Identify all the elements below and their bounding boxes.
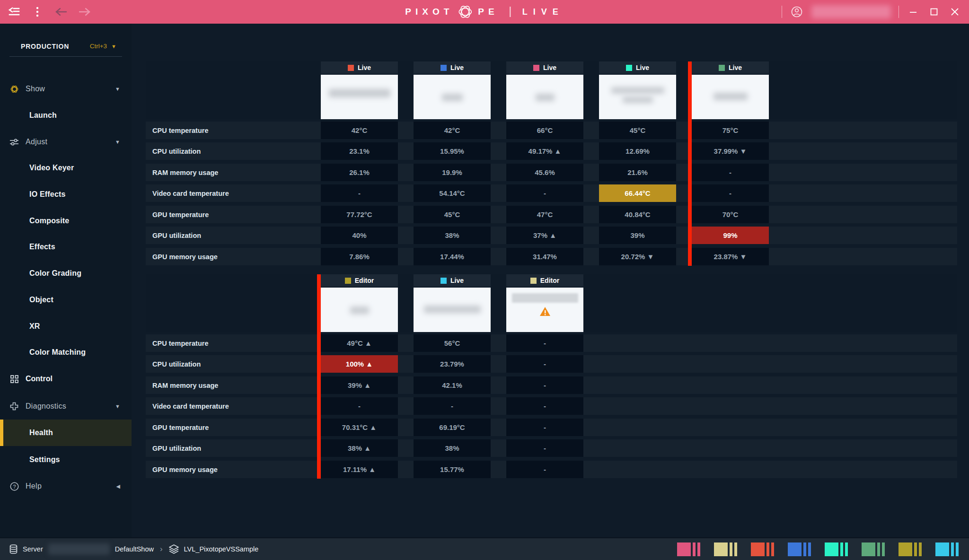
sidebar-item-settings[interactable]: Settings <box>0 450 132 469</box>
control-grid-icon <box>9 375 20 383</box>
machine-status-header[interactable]: Editor <box>506 274 583 287</box>
sidebar-item-color-matching[interactable]: Color Matching <box>0 343 132 362</box>
metric-value-cell: 77.72°C <box>321 206 398 223</box>
machine-color-group[interactable] <box>751 542 774 556</box>
machine-color-strip <box>677 542 959 556</box>
metric-label: CPU utilization <box>152 360 201 368</box>
metric-value-cell: 70°C <box>692 206 769 223</box>
machine-card[interactable] <box>692 75 769 119</box>
chevron-right-icon: › <box>160 544 163 554</box>
machine-color-badge <box>719 65 725 71</box>
sidebar-item-label: Launch <box>29 111 57 120</box>
machine-card[interactable] <box>506 288 583 332</box>
machine-status-header[interactable]: Live <box>506 61 583 74</box>
metric-value-cell: 15.77% <box>414 461 491 478</box>
machine-card[interactable] <box>506 75 583 119</box>
machine-color-group[interactable] <box>677 542 700 556</box>
machine-status-header[interactable]: Live <box>599 61 676 74</box>
machine-card[interactable] <box>321 288 398 332</box>
sidebar-item-help[interactable]: ? Help ◀ <box>0 477 132 496</box>
sidebar-item-video-keyer[interactable]: Video Keyer <box>0 158 132 177</box>
machine-card[interactable] <box>414 288 491 332</box>
more-menu-button[interactable] <box>30 5 44 19</box>
machine-card[interactable] <box>414 75 491 119</box>
server-database-icon[interactable] <box>9 544 18 554</box>
machine-alert-bar <box>688 61 692 266</box>
metric-value-cell: 49.17% ▲ <box>506 142 583 160</box>
machine-color-group[interactable] <box>862 542 885 556</box>
sidebar-item-composite[interactable]: Composite <box>0 211 132 230</box>
machine-color-group[interactable] <box>825 542 848 556</box>
sidebar-item-label: Color Grading <box>29 269 81 278</box>
machine-status-header[interactable]: Live <box>321 61 398 74</box>
sidebar-item-io-effects[interactable]: IO Effects <box>0 185 132 204</box>
metric-label: GPU utilization <box>152 232 201 239</box>
metric-value-cell: 23.87% ▼ <box>692 248 769 265</box>
machine-status-header[interactable]: Live <box>414 274 491 287</box>
sidebar-item-health[interactable]: Health <box>0 420 132 446</box>
metric-value-cell: 21.6% <box>599 164 676 181</box>
sidebar-item-adjust[interactable]: Adjust ▼ <box>0 132 132 151</box>
back-button[interactable] <box>54 5 68 19</box>
maximize-button[interactable] <box>927 5 941 18</box>
metric-value-cell: 69.19°C <box>414 419 491 436</box>
sidebar-item-object[interactable]: Object <box>0 290 132 309</box>
sidebar-item-label: Help <box>26 482 42 490</box>
close-icon <box>951 8 959 16</box>
metric-value-cell: 19.9% <box>414 164 491 181</box>
collapse-sidebar-button[interactable] <box>7 5 21 19</box>
username-redacted <box>811 5 891 18</box>
machine-color-badge <box>533 65 539 71</box>
machine-color-group[interactable] <box>935 542 959 556</box>
metric-value-cell: 49°C ▲ <box>321 334 398 352</box>
close-button[interactable] <box>948 5 961 18</box>
machine-status-header[interactable]: Editor <box>321 274 398 287</box>
show-name[interactable]: DefaultShow <box>115 545 154 553</box>
sidebar-item-label: Settings <box>29 455 60 464</box>
redacted-machine-name <box>611 87 664 94</box>
sidebar-item-diagnostics[interactable]: Diagnostics ▼ <box>0 397 132 416</box>
machine-color-block <box>730 542 732 556</box>
machine-card[interactable] <box>321 75 398 119</box>
metric-label: CPU utilization <box>152 148 201 155</box>
metric-value-cell: 66°C <box>506 122 583 139</box>
chevron-down-icon: ▼ <box>115 139 120 145</box>
sidebar-item-effects[interactable]: Effects <box>0 237 132 256</box>
machine-color-block <box>677 542 691 556</box>
machine-card[interactable] <box>599 75 676 119</box>
metric-value-cell: 38% <box>414 227 491 244</box>
sidebar-item-color-grading[interactable]: Color Grading <box>0 264 132 283</box>
level-name[interactable]: LVL_PixotopeVSSample <box>184 545 259 553</box>
metric-value-cell: - <box>506 439 583 457</box>
production-context-selector[interactable]: PRODUCTION Ctrl+3 ▼ <box>9 36 122 57</box>
sidebar-item-launch[interactable]: Launch <box>0 106 132 125</box>
minimize-button[interactable] <box>907 5 920 18</box>
machine-color-block <box>840 542 843 556</box>
brand-logo: PIXOT PE LIVE <box>405 0 564 24</box>
machine-color-group[interactable] <box>714 542 737 556</box>
sidebar-item-control[interactable]: Control <box>0 369 132 388</box>
metric-value-cell: 42.1% <box>414 376 491 394</box>
server-label[interactable]: Server <box>23 545 43 553</box>
sidebar-item-label: XR <box>29 322 40 331</box>
metric-value-cell: - <box>692 164 769 181</box>
brand-product: LIVE <box>522 7 564 17</box>
metric-value-cell: 23.79% <box>414 355 491 373</box>
forward-button[interactable] <box>78 5 92 19</box>
sidebar-item-label: Health <box>29 429 53 437</box>
machine-color-block <box>825 542 838 556</box>
metric-value-cell: 100% ▲ <box>321 355 398 373</box>
sidebar-item-xr[interactable]: XR <box>0 317 132 336</box>
machine-color-group[interactable] <box>899 542 922 556</box>
metric-value-cell: - <box>414 397 491 415</box>
machine-status-header[interactable]: Live <box>692 61 769 74</box>
metric-value-cell: 23.1% <box>321 142 398 160</box>
level-layers-icon <box>169 544 179 554</box>
machine-color-group[interactable] <box>788 542 811 556</box>
sidebar-item-show[interactable]: Show ▼ <box>0 79 132 98</box>
metric-value-cell: - <box>506 376 583 394</box>
machine-color-block <box>935 542 949 556</box>
user-account-button[interactable] <box>790 5 804 19</box>
machine-color-badge <box>440 278 447 284</box>
machine-status-header[interactable]: Live <box>414 61 491 74</box>
